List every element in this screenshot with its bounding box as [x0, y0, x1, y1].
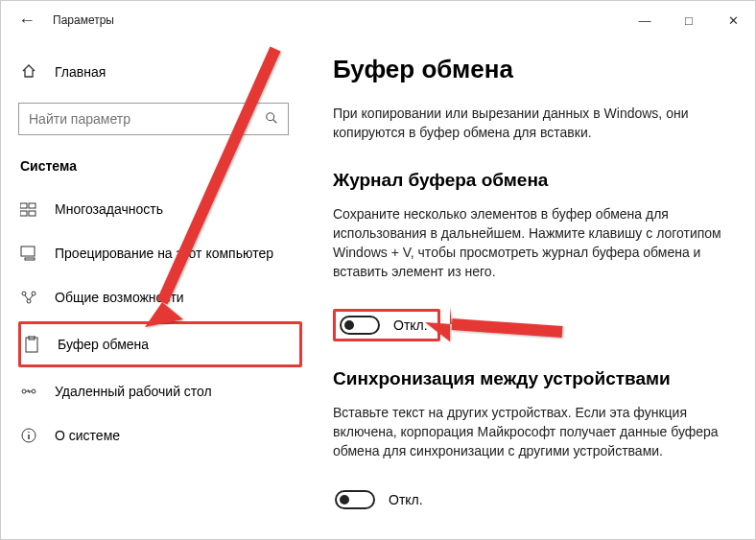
- sync-heading: Синхронизация между устройствами: [333, 368, 728, 389]
- page-intro: При копировании или вырезании данных в W…: [333, 104, 728, 143]
- history-toggle[interactable]: [340, 316, 380, 335]
- search-box[interactable]: [18, 103, 289, 135]
- svg-rect-2: [20, 203, 27, 208]
- multitasking-icon: [20, 200, 37, 218]
- sidebar-item-label: Многозадачность: [55, 201, 163, 217]
- titlebar: ← Параметры — □ ✕: [1, 1, 755, 39]
- svg-rect-3: [29, 203, 35, 208]
- svg-point-8: [22, 292, 26, 295]
- main-panel: Буфер обмена При копировании или вырезан…: [308, 39, 755, 539]
- search-input[interactable]: [29, 111, 265, 127]
- home-icon: [20, 63, 37, 82]
- sidebar-item-projecting[interactable]: Проецирование на этот компьютер: [18, 233, 302, 273]
- sidebar-item-label: Буфер обмена: [58, 337, 149, 352]
- sidebar-section-label: Система: [18, 158, 302, 174]
- page-title: Буфер обмена: [333, 55, 728, 84]
- maximize-button[interactable]: □: [667, 1, 711, 39]
- history-toggle-label: Откл.: [393, 317, 428, 333]
- sidebar-item-label: Удаленный рабочий стол: [55, 384, 212, 399]
- remote-desktop-icon: [20, 383, 37, 400]
- svg-rect-4: [20, 211, 27, 216]
- history-heading: Журнал буфера обмена: [333, 170, 728, 191]
- window-title: Параметры: [53, 13, 114, 27]
- sync-toggle[interactable]: [335, 490, 375, 509]
- sidebar: Главная Система Многозадачность Проециро…: [1, 39, 308, 539]
- sidebar-home[interactable]: Главная: [18, 53, 302, 91]
- shared-icon: [20, 289, 37, 306]
- back-button[interactable]: ←: [18, 12, 35, 29]
- sidebar-item-clipboard[interactable]: Буфер обмена: [18, 321, 302, 367]
- sidebar-item-label: Проецирование на этот компьютер: [55, 246, 273, 261]
- svg-point-0: [267, 112, 274, 120]
- sidebar-item-about[interactable]: О системе: [18, 415, 302, 456]
- svg-point-13: [22, 389, 26, 393]
- sidebar-item-remote-desktop[interactable]: Удаленный рабочий стол: [18, 371, 302, 411]
- history-desc: Сохраните несколько элементов в буфер об…: [333, 204, 728, 282]
- svg-rect-5: [29, 211, 35, 216]
- window-controls: — □ ✕: [623, 1, 755, 39]
- sidebar-item-multitasking[interactable]: Многозадачность: [18, 189, 302, 229]
- svg-point-14: [32, 389, 35, 393]
- sync-toggle-label: Откл.: [389, 492, 423, 507]
- svg-rect-6: [21, 247, 35, 256]
- privacy-link[interactable]: Заявление о конфиденциальности: [333, 538, 728, 539]
- search-icon: [265, 111, 278, 128]
- svg-line-1: [273, 119, 277, 123]
- close-button[interactable]: ✕: [711, 1, 755, 39]
- clipboard-icon: [23, 336, 40, 353]
- sidebar-item-label: Общие возможности: [55, 290, 184, 305]
- svg-rect-7: [25, 258, 35, 260]
- sync-toggle-row: Откл.: [333, 488, 429, 511]
- sidebar-item-label: О системе: [55, 428, 120, 443]
- sidebar-home-label: Главная: [55, 64, 106, 80]
- info-icon: [20, 427, 37, 444]
- svg-point-10: [27, 299, 31, 303]
- sidebar-item-shared[interactable]: Общие возможности: [18, 277, 302, 317]
- projecting-icon: [20, 245, 37, 262]
- svg-point-9: [32, 292, 35, 295]
- history-toggle-row: Откл.: [333, 309, 440, 341]
- sync-desc: Вставьте текст на других устройствах. Ес…: [333, 403, 728, 461]
- minimize-button[interactable]: —: [623, 1, 667, 39]
